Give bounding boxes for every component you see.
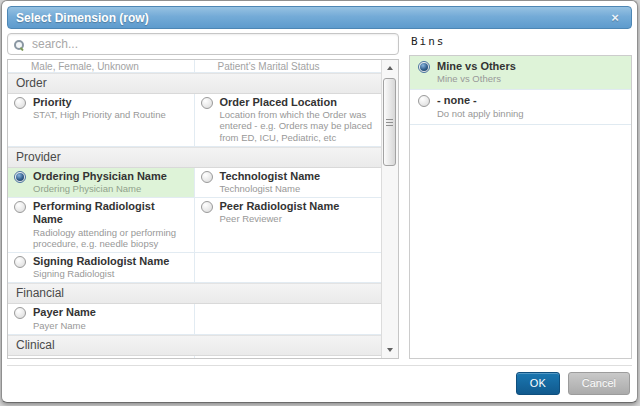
dimension-option-payer-name[interactable]: Payer Name Payer Name — [8, 304, 195, 334]
bin-option-none[interactable]: - none - Do not apply binning — [410, 90, 631, 124]
dimension-option-priority[interactable]: Priority STAT, High Priority and Routine — [8, 94, 195, 147]
empty-cell — [195, 304, 382, 334]
option-title: Peer Radiologist Name — [220, 200, 340, 213]
clipped-cell-right: Patient's Marital Status — [195, 60, 382, 72]
dimension-row: Signing Radiologist Name Signing Radiolo… — [8, 253, 381, 283]
section-header-clinical: Clinical — [8, 335, 381, 356]
radio-unselected-icon[interactable] — [418, 95, 430, 107]
option-title: Order Placed Location — [220, 96, 376, 109]
radio-unselected-icon[interactable] — [14, 201, 26, 213]
search-box[interactable] — [7, 33, 399, 55]
radio-unselected-icon[interactable] — [201, 171, 213, 183]
dimension-row: Priority STAT, High Priority and Routine… — [8, 94, 381, 147]
dimension-row: Payer Name Payer Name — [8, 304, 381, 334]
option-description: Signing Radiologist — [33, 268, 169, 279]
dimension-list-content: Male, Female, Unknown Patient's Marital … — [8, 60, 381, 359]
option-description: Location from which the Order was entere… — [220, 109, 376, 143]
option-title: - none - — [437, 94, 524, 107]
radio-selected-icon[interactable] — [14, 171, 26, 183]
scroll-down-arrow-icon[interactable] — [382, 343, 398, 358]
option-description: Payer Name — [33, 320, 96, 331]
search-input[interactable] — [30, 36, 392, 52]
bins-list: Mine vs Others Mine vs Others - none - D… — [409, 55, 632, 359]
dialog-title: Select Dimension (row) — [16, 11, 149, 25]
option-title: Mine vs Others — [437, 60, 516, 73]
clipped-row[interactable]: Male, Female, Unknown Patient's Marital … — [8, 60, 381, 73]
dimension-row: CPT Code CPT4 Code Critical Findings Cod… — [8, 356, 381, 359]
select-dimension-dialog: Select Dimension (row) × Male, Female, U… — [1, 0, 638, 403]
thumb-grip-icon — [386, 119, 393, 126]
option-description: Peer Reviewer — [220, 213, 340, 224]
close-icon[interactable]: × — [607, 10, 623, 26]
section-header-order: Order — [8, 73, 381, 94]
option-title: Technologist Name — [220, 170, 321, 183]
radio-unselected-icon[interactable] — [14, 307, 26, 319]
radio-unselected-icon[interactable] — [201, 201, 213, 213]
dialog-titlebar[interactable]: Select Dimension (row) × — [7, 6, 632, 29]
option-description: Ordering Physician Name — [33, 183, 167, 194]
dimension-pane: Male, Female, Unknown Patient's Marital … — [7, 33, 399, 359]
vertical-scrollbar[interactable] — [381, 60, 398, 358]
bins-title: Bins — [411, 35, 632, 48]
dialog-body: Male, Female, Unknown Patient's Marital … — [7, 33, 632, 359]
section-header-financial: Financial — [8, 283, 381, 304]
scrollbar-thumb[interactable] — [383, 78, 396, 166]
dimension-option-technologist-name[interactable]: Technologist Name Technologist Name — [195, 168, 382, 198]
dimension-list: Male, Female, Unknown Patient's Marital … — [7, 59, 399, 359]
option-title: Signing Radiologist Name — [33, 255, 169, 268]
radio-selected-icon[interactable] — [418, 61, 430, 73]
dimension-option-critical-findings-code[interactable]: Critical Findings Code Categorization ty… — [195, 356, 382, 359]
option-description: STAT, High Priority and Routine — [33, 109, 166, 120]
option-title: Priority — [33, 96, 166, 109]
radio-unselected-icon[interactable] — [14, 256, 26, 268]
dimension-row: Performing Radiologist Name Radiology at… — [8, 198, 381, 253]
option-title: Performing Radiologist Name — [33, 200, 188, 226]
option-description: Mine vs Others — [437, 73, 516, 84]
empty-cell — [195, 253, 382, 283]
dimension-option-ordering-physician-name[interactable]: Ordering Physician Name Ordering Physici… — [8, 168, 195, 198]
dimension-row: Ordering Physician Name Ordering Physici… — [8, 168, 381, 198]
option-title: Critical Findings Code — [220, 358, 343, 359]
option-description: Do not apply binning — [437, 108, 524, 119]
cancel-button[interactable]: Cancel — [568, 372, 630, 395]
dimension-option-cpt-code[interactable]: CPT Code CPT4 Code — [8, 356, 195, 359]
option-title: CPT Code — [33, 358, 86, 359]
scroll-up-arrow-icon[interactable] — [382, 60, 398, 75]
ok-button[interactable]: OK — [516, 372, 560, 395]
dimension-option-peer-radiologist-name[interactable]: Peer Radiologist Name Peer Reviewer — [195, 198, 382, 253]
radio-unselected-icon[interactable] — [14, 97, 26, 109]
bin-option-mine-vs-others[interactable]: Mine vs Others Mine vs Others — [410, 56, 631, 90]
option-description: Technologist Name — [220, 183, 321, 194]
section-header-provider: Provider — [8, 147, 381, 168]
option-description: Radiology attending or performing proced… — [33, 227, 188, 249]
dimension-option-order-placed-location[interactable]: Order Placed Location Location from whic… — [195, 94, 382, 147]
clipped-cell-left: Male, Female, Unknown — [8, 60, 195, 72]
search-icon — [14, 40, 23, 49]
bins-pane: Bins Mine vs Others Mine vs Others - non… — [409, 33, 632, 359]
option-title: Payer Name — [33, 306, 96, 319]
dialog-footer: OK Cancel — [7, 365, 632, 397]
dimension-option-signing-radiologist-name[interactable]: Signing Radiologist Name Signing Radiolo… — [8, 253, 195, 283]
option-title: Ordering Physician Name — [33, 170, 167, 183]
dimension-option-performing-radiologist-name[interactable]: Performing Radiologist Name Radiology at… — [8, 198, 195, 253]
radio-unselected-icon[interactable] — [201, 97, 213, 109]
